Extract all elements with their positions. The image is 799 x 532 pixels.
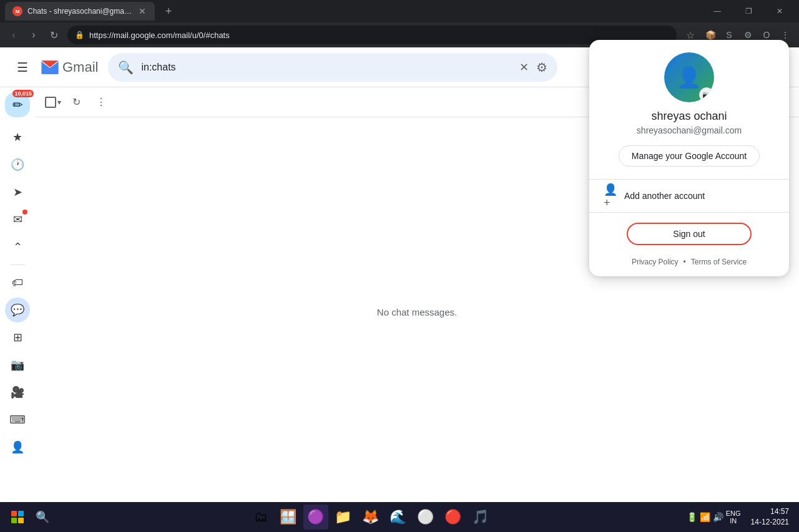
forward-button[interactable]: › xyxy=(25,26,42,44)
refresh-button[interactable]: ↻ xyxy=(66,92,86,112)
tab-title: Chats - shreyasochani@gmail.c... xyxy=(27,7,132,16)
popup-footer-dot: • xyxy=(684,258,686,266)
search-clear-icon[interactable]: ✕ xyxy=(519,60,529,74)
close-window-button[interactable]: ✕ xyxy=(765,0,794,22)
language-indicator: ENGIN xyxy=(726,510,741,525)
taskbar-pinned-apps: 🗂 🪟 🟣 📁 🦊 🌊 ⚪ 🔴 🎵 xyxy=(55,505,687,530)
taskbar-files-app[interactable]: 🗂 xyxy=(248,505,273,530)
gmail-sidebar: ✏ 10,015 ★ 🕐 ➤ ✉ ⌃ 🏷 💬 ⊞ 📷 🎥 ⌨ 👤 xyxy=(0,87,35,532)
clock-time: 14:57 xyxy=(751,506,789,517)
add-account-row[interactable]: 👤+ Add another account xyxy=(589,182,789,210)
add-account-icon: 👤+ xyxy=(604,190,617,202)
popup-avatar[interactable]: 👤 📷 xyxy=(664,52,714,102)
system-icons: 🔋 📶 🔊 xyxy=(687,512,723,522)
more-options-button[interactable]: ⋮ xyxy=(91,92,111,112)
search-filter-icon[interactable]: ⚙ xyxy=(536,60,547,75)
new-tab-button[interactable]: + xyxy=(160,2,177,20)
windows-taskbar: 🔍 🗂 🪟 🟣 📁 🦊 🌊 ⚪ 🔴 🎵 🔋 📶 🔊 ENGIN 14:57 14… xyxy=(0,502,799,532)
sidebar-item-starred[interactable]: ★ xyxy=(5,125,30,150)
taskbar-search-button[interactable]: 🔍 xyxy=(30,505,55,530)
taskbar-edge-app[interactable]: 🌊 xyxy=(386,505,411,530)
compose-badge: 10,015 xyxy=(12,90,34,97)
gmail-logo[interactable]: Gmail xyxy=(40,57,98,77)
browser-titlebar: M Chats - shreyasochani@gmail.c... ✕ + —… xyxy=(0,0,799,22)
popup-email: shreyasochani@gmail.com xyxy=(637,125,742,135)
sidebar-item-meet[interactable]: 🎥 xyxy=(5,380,30,405)
dropdown-arrow-icon[interactable]: ▾ xyxy=(57,98,61,107)
sidebar-item-collapse[interactable]: ⌃ xyxy=(5,235,30,259)
taskbar-firefox-app[interactable]: 🦊 xyxy=(358,505,383,530)
maximize-button[interactable]: ❐ xyxy=(734,0,763,22)
popup-display-name: shreyas ochani xyxy=(651,110,727,123)
terms-of-service-link[interactable]: Terms of Service xyxy=(691,258,747,266)
compose-button[interactable]: ✏ 10,015 xyxy=(5,92,30,117)
wifi-icon: 📶 xyxy=(700,512,710,522)
sidebar-item-meet-video[interactable]: 📷 xyxy=(5,352,30,377)
taskbar-chrome-app[interactable]: ⚪ xyxy=(413,505,438,530)
popup-divider-2 xyxy=(589,212,789,213)
minimize-button[interactable]: — xyxy=(703,0,732,22)
taskbar-folder-app[interactable]: 📁 xyxy=(331,505,356,530)
popup-footer: Privacy Policy • Terms of Service xyxy=(632,253,747,266)
sign-out-button[interactable]: Sign out xyxy=(627,223,752,245)
start-button[interactable] xyxy=(5,505,30,530)
sidebar-item-sent[interactable]: ➤ xyxy=(5,180,30,205)
search-value-text: in:chats xyxy=(141,62,512,73)
url-text: https://mail.google.com/mail/u/0/#chats xyxy=(89,31,669,40)
lock-icon: 🔒 xyxy=(75,31,84,39)
sidebar-item-chat[interactable]: 💬 xyxy=(5,297,30,322)
sidebar-item-snoozed[interactable]: 🕐 xyxy=(5,152,30,177)
no-messages-text: No chat messages. xyxy=(377,307,457,317)
gmail-wordmark: Gmail xyxy=(62,59,98,75)
gmail-logo-icon xyxy=(40,57,60,77)
select-all-checkbox[interactable] xyxy=(45,97,56,108)
hamburger-menu-button[interactable]: ☰ xyxy=(10,55,35,80)
taskbar-itunes-app[interactable]: 🎵 xyxy=(468,505,493,530)
window-controls: — ❐ ✕ xyxy=(703,0,794,22)
sidebar-item-contacts[interactable]: 👤 xyxy=(5,435,30,460)
address-bar[interactable]: 🔒 https://mail.google.com/mail/u/0/#chat… xyxy=(67,26,677,44)
avatar-edit-button[interactable]: 📷 xyxy=(699,87,714,102)
tab-favicon: M xyxy=(12,6,22,16)
select-all-dropdown[interactable]: ▾ xyxy=(45,97,61,108)
sidebar-item-spaces[interactable]: ⊞ xyxy=(5,325,30,350)
sidebar-item-keyboard[interactable]: ⌨ xyxy=(5,407,30,432)
reload-button[interactable]: ↻ xyxy=(45,26,62,44)
search-icon[interactable]: 🔍 xyxy=(118,60,134,75)
sidebar-divider xyxy=(10,264,25,265)
clock-date: 14-12-2021 xyxy=(751,517,789,528)
taskbar-store-app[interactable]: 🪟 xyxy=(276,505,301,530)
privacy-policy-link[interactable]: Privacy Policy xyxy=(632,258,679,266)
add-account-label: Add another account xyxy=(624,191,705,201)
manage-account-button[interactable]: Manage your Google Account xyxy=(619,145,760,167)
gmail-app: ☰ Gmail 🔍 in:chats ✕ ⚙ ? ⚙ xyxy=(0,47,799,532)
windows-logo-icon xyxy=(11,511,24,523)
browser-tab[interactable]: M Chats - shreyasochani@gmail.c... ✕ xyxy=(5,2,155,21)
tab-close-btn[interactable]: ✕ xyxy=(137,6,147,16)
search-bar[interactable]: 🔍 in:chats ✕ ⚙ xyxy=(108,53,557,82)
sidebar-item-mail[interactable]: ✉ xyxy=(5,207,30,232)
taskbar-system-tray: 🔋 📶 🔊 ENGIN 14:57 14-12-2021 xyxy=(687,506,794,528)
back-button[interactable]: ‹ xyxy=(5,26,22,44)
battery-icon: 🔋 xyxy=(687,512,697,522)
mail-notification-dot xyxy=(22,210,27,215)
system-clock: 14:57 14-12-2021 xyxy=(746,506,794,528)
sidebar-item-labels[interactable]: 🏷 xyxy=(5,270,30,295)
volume-icon: 🔊 xyxy=(713,512,723,522)
taskbar-opera-app[interactable]: 🔴 xyxy=(441,505,466,530)
taskbar-teams-app[interactable]: 🟣 xyxy=(303,505,328,530)
popup-divider-1 xyxy=(589,179,789,180)
sign-out-section: Sign out xyxy=(589,215,789,253)
account-popup: 👤 📷 shreyas ochani shreyasochani@gmail.c… xyxy=(589,40,789,276)
